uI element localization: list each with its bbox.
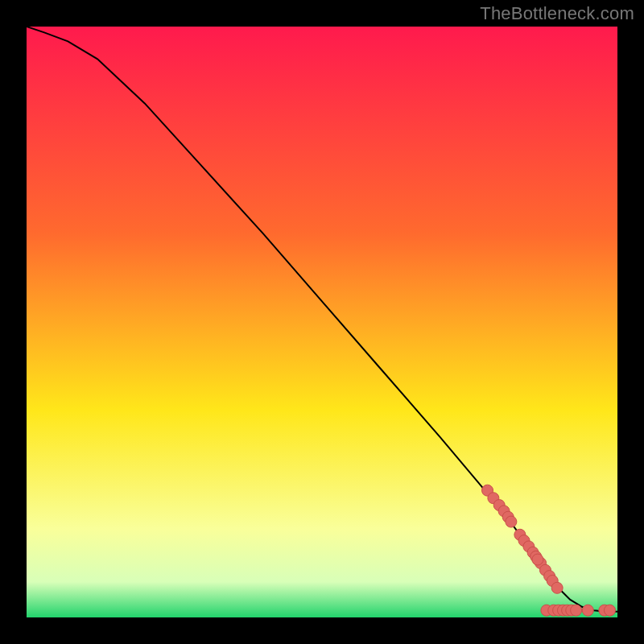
chart-svg xyxy=(27,27,617,617)
gradient-background xyxy=(27,27,617,617)
watermark-text: TheBottleneck.com xyxy=(480,3,634,24)
data-point xyxy=(582,605,593,616)
data-point xyxy=(604,605,615,616)
data-point xyxy=(532,554,543,565)
data-point xyxy=(571,605,582,616)
data-point xyxy=(506,516,517,527)
data-point xyxy=(551,582,563,593)
plot-area xyxy=(27,27,617,617)
chart-frame: TheBottleneck.com xyxy=(0,0,644,644)
